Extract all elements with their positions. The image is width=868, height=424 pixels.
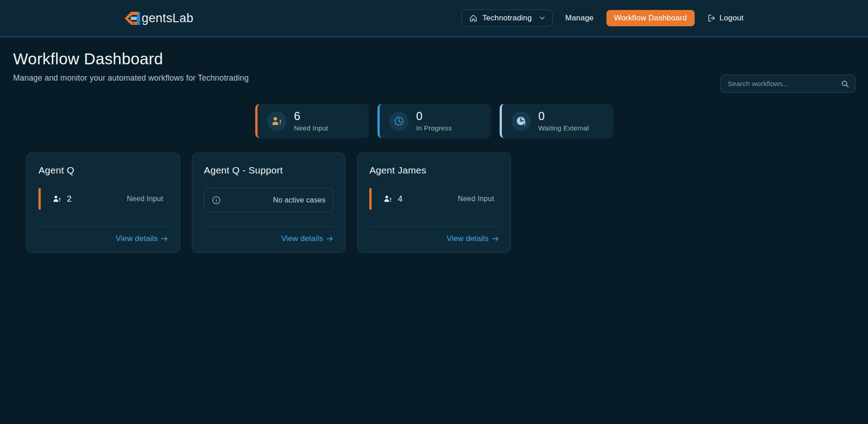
organization-selector[interactable]: Technotrading <box>462 10 553 27</box>
main-content: Workflow Dashboard Manage and monitor yo… <box>0 50 868 253</box>
view-details-link[interactable]: View details <box>281 234 333 243</box>
brand-logo-icon <box>124 11 141 25</box>
organization-selector-label: Technotrading <box>482 14 532 23</box>
view-details-label: View details <box>281 234 323 243</box>
agents-grid: Agent Q 2 Need Input View details <box>26 153 842 253</box>
logout-button[interactable]: Logout <box>707 14 744 23</box>
agent-card-title: Agent Q - Support <box>204 165 334 176</box>
agent-card-footer: View details <box>369 234 499 243</box>
no-active-cases-label: No active cases <box>273 196 325 204</box>
nav-link-manage[interactable]: Manage <box>565 14 594 23</box>
need-input-accent-bar <box>369 188 372 210</box>
stat-value: 0 <box>539 110 589 123</box>
stat-text: 0 In Progress <box>416 110 452 132</box>
navbar-actions: Technotrading Manage Workflow Dashboard <box>462 10 744 27</box>
brand-logo[interactable]: gentsLab <box>124 11 193 25</box>
card-divider <box>38 226 168 227</box>
clock-icon <box>389 111 409 131</box>
arrow-right-icon <box>492 236 499 241</box>
person-alert-icon <box>384 195 392 203</box>
logout-label: Logout <box>720 14 744 23</box>
view-details-label: View details <box>447 234 489 243</box>
stat-card-in-progress: 0 In Progress <box>377 104 491 138</box>
view-details-label: View details <box>116 234 158 243</box>
stat-text: 0 Waiting External <box>539 110 589 132</box>
chevron-down-icon <box>539 16 545 20</box>
top-navbar: gentsLab Technotrading Manage Workflow D… <box>0 0 868 37</box>
stat-card-waiting-external: 0 Waiting External <box>500 104 613 138</box>
agent-stat-row: 4 Need Input <box>369 188 499 210</box>
agent-stat-row: 2 Need Input <box>38 188 168 210</box>
logout-icon <box>707 14 715 22</box>
stat-value: 0 <box>416 110 452 123</box>
brand-logo-text: gentsLab <box>142 11 193 25</box>
agent-card-footer: View details <box>38 234 168 243</box>
view-details-link[interactable]: View details <box>447 234 499 243</box>
agent-case-count: 4 <box>398 194 402 204</box>
search-workflows-box <box>720 75 855 93</box>
stat-label: Waiting External <box>539 124 589 132</box>
agent-card-title: Agent James <box>369 165 499 176</box>
search-icon[interactable] <box>841 80 849 88</box>
stat-value: 6 <box>294 110 328 123</box>
agent-status-label: Need Input <box>127 195 167 203</box>
agent-case-count: 2 <box>67 194 72 204</box>
person-alert-icon <box>267 111 286 131</box>
agent-card-agent-q-support: Agent Q - Support No active cases View d… <box>192 153 346 253</box>
stat-label: Need Input <box>294 124 328 132</box>
agent-card-agent-james: Agent James 4 Need Input View detail <box>357 153 511 253</box>
need-input-accent-bar <box>38 188 41 210</box>
agent-card-title: Agent Q <box>38 165 168 176</box>
no-active-cases-box: No active cases <box>204 188 334 212</box>
page-title: Workflow Dashboard <box>13 50 855 68</box>
home-icon <box>469 14 477 22</box>
workflow-dashboard-button[interactable]: Workflow Dashboard <box>606 10 695 26</box>
stat-label: In Progress <box>416 124 452 132</box>
arrow-right-icon <box>161 236 168 241</box>
stat-text: 6 Need Input <box>294 110 328 132</box>
search-input[interactable] <box>728 80 841 88</box>
person-alert-icon <box>53 195 61 203</box>
stat-card-need-input: 6 Need Input <box>255 104 369 138</box>
card-divider <box>369 226 499 227</box>
view-details-link[interactable]: View details <box>116 234 168 243</box>
card-divider <box>204 226 334 227</box>
agent-card-agent-q: Agent Q 2 Need Input View details <box>26 153 180 253</box>
agent-status-label: Need Input <box>458 195 499 203</box>
arrow-right-icon <box>326 236 333 241</box>
workflow-stats-row: 6 Need Input 0 In Progress <box>13 104 855 138</box>
navbar-container: gentsLab Technotrading Manage Workflow D… <box>124 10 744 27</box>
agent-card-footer: View details <box>204 234 334 243</box>
clock-alert-icon <box>511 111 531 131</box>
info-icon <box>212 196 221 205</box>
